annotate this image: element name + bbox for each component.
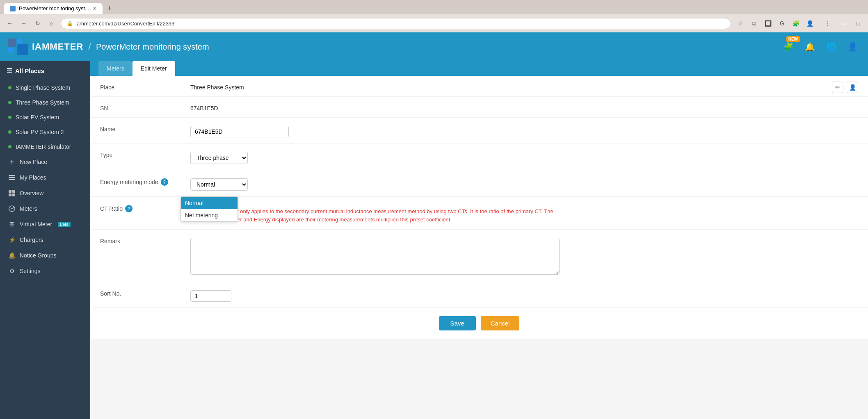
svg-rect-9 bbox=[9, 194, 11, 196]
grammarly-icon[interactable]: G bbox=[776, 18, 788, 29]
sort-no-field-wrapper bbox=[190, 288, 858, 302]
type-field-wrapper: Three phase Single phase bbox=[190, 149, 858, 164]
tab-title: PowerMeter monitoring syst... bbox=[19, 5, 89, 11]
main-layout: ☰ All Places Single Phase System Three P… bbox=[0, 61, 868, 419]
plus-icon: + bbox=[8, 158, 16, 166]
place-value: Three Phase System bbox=[190, 82, 858, 91]
sidebar-item-overview[interactable]: Overview bbox=[0, 185, 90, 201]
tab-meters[interactable]: Meters bbox=[98, 61, 132, 76]
svg-rect-1 bbox=[17, 39, 22, 43]
svg-rect-4 bbox=[9, 175, 15, 176]
sidebar-item-virtual-meter[interactable]: Virtual Meter Beta bbox=[0, 216, 90, 232]
hamburger-icon: ☰ bbox=[7, 67, 12, 74]
energy-mode-field-wrapper: Normal Net metering Normal Net metering bbox=[190, 176, 858, 191]
ct-ratio-label: CT Ratio ? bbox=[100, 203, 190, 212]
extensions-button[interactable]: 🧩 bbox=[790, 18, 802, 29]
browser-tab-bar: PowerMeter monitoring syst... ✕ + bbox=[0, 0, 868, 14]
bookmark-icon[interactable]: ☆ bbox=[734, 18, 746, 29]
app-header: IAMMETER / PowerMeter monitoring system … bbox=[0, 32, 868, 61]
form-actions: Save Cancel bbox=[90, 308, 868, 339]
sidebar-item-new-place[interactable]: + New Place bbox=[0, 154, 90, 170]
save-button[interactable]: Save bbox=[439, 316, 476, 330]
dot-icon-solar-pv bbox=[8, 116, 11, 119]
name-label: Name bbox=[100, 123, 190, 132]
type-select[interactable]: Three phase Single phase bbox=[190, 152, 248, 164]
ct-ratio-help-icon[interactable]: ? bbox=[125, 205, 132, 212]
place-label: Place bbox=[100, 82, 190, 91]
reload-button[interactable]: ↻ bbox=[32, 18, 43, 29]
new-badge: NEW bbox=[786, 36, 800, 42]
notifications-button[interactable]: 🔔 bbox=[802, 39, 817, 54]
sidebar-item-three-phase[interactable]: Three Phase System bbox=[0, 95, 90, 110]
tab-edit-meter[interactable]: Edit Meter bbox=[132, 61, 175, 76]
sidebar-item-label: Virtual Meter bbox=[20, 221, 52, 228]
energy-mode-help-icon[interactable]: ? bbox=[161, 178, 168, 186]
svg-rect-6 bbox=[9, 179, 15, 180]
form-row-type: Type Three phase Single phase bbox=[90, 143, 868, 170]
sidebar-item-solar-pv-2[interactable]: Solar PV System 2 bbox=[0, 125, 90, 139]
energy-mode-select[interactable]: Normal Net metering bbox=[190, 178, 248, 191]
ct-ratio-value: Tips: This coefficient only applies to t… bbox=[190, 203, 858, 223]
new-tab-button[interactable]: + bbox=[104, 2, 115, 14]
home-button[interactable]: ⌂ bbox=[46, 18, 57, 29]
url-text: iammeter.com/dz/User/ConvertEdit/22393 bbox=[75, 20, 174, 27]
dot-icon-simulator bbox=[8, 145, 11, 148]
dropdown-option-net-metering[interactable]: Net metering bbox=[181, 209, 238, 221]
cancel-button[interactable]: Cancel bbox=[481, 316, 520, 330]
minimize-button[interactable]: — bbox=[838, 18, 850, 29]
sidebar-all-places-header[interactable]: ☰ All Places bbox=[0, 61, 90, 80]
energy-mode-label: Energy metering mode ? bbox=[100, 176, 190, 186]
header-divider: / bbox=[88, 41, 91, 52]
extensions-header-button[interactable]: 🧩 NEW bbox=[781, 39, 796, 54]
back-button[interactable]: ← bbox=[4, 18, 16, 29]
svg-rect-3 bbox=[17, 44, 28, 55]
dropdown-option-normal[interactable]: Normal bbox=[181, 197, 238, 209]
form-row-energy-mode: Energy metering mode ? Normal Net meteri… bbox=[90, 170, 868, 197]
sidebar-item-notice-groups[interactable]: 🔔 Notice Groups bbox=[0, 248, 90, 263]
form-row-place: Place Three Phase System ✏ 👤 bbox=[90, 76, 868, 97]
edit-icon[interactable]: ✏ bbox=[832, 82, 843, 93]
menu-icon[interactable]: ⋮ bbox=[822, 18, 834, 29]
sidebar-item-chargers[interactable]: ⚡ Chargers bbox=[0, 232, 90, 248]
form-row-name: Name bbox=[90, 118, 868, 143]
ct-hint-text: Tips: This coefficient only applies to t… bbox=[190, 207, 560, 223]
person-icon[interactable]: 👤 bbox=[847, 82, 858, 93]
sidebar-item-label: Settings bbox=[20, 268, 41, 274]
gear-icon: ⚙ bbox=[8, 267, 16, 275]
sidebar-item-label: Single Phase System bbox=[16, 84, 70, 91]
forward-button[interactable]: → bbox=[18, 18, 30, 29]
extension-icon[interactable]: 🔲 bbox=[762, 18, 774, 29]
name-input[interactable] bbox=[190, 126, 289, 137]
tab-close-button[interactable]: ✕ bbox=[93, 6, 97, 11]
dot-icon-solar-pv-2 bbox=[8, 130, 11, 134]
content-area: Meters Edit Meter Place Three Phase Syst… bbox=[90, 61, 868, 419]
virtual-icon bbox=[8, 221, 16, 228]
sidebar-item-meters[interactable]: Meters bbox=[0, 201, 90, 216]
dot-icon-three-phase bbox=[8, 101, 11, 104]
sidebar-item-settings[interactable]: ⚙ Settings bbox=[0, 263, 90, 279]
svg-rect-5 bbox=[9, 177, 15, 178]
sidebar-item-my-places[interactable]: My Places bbox=[0, 170, 90, 185]
sidebar-item-iammeter-sim[interactable]: IAMMETER-simulator bbox=[0, 139, 90, 154]
translate-icon[interactable]: ⧉ bbox=[748, 18, 760, 29]
browser-tab[interactable]: PowerMeter monitoring syst... ✕ bbox=[4, 3, 103, 14]
user-profile-button[interactable]: 👤 bbox=[845, 39, 860, 54]
profile-icon[interactable]: 👤 bbox=[804, 18, 815, 29]
app: IAMMETER / PowerMeter monitoring system … bbox=[0, 32, 868, 419]
header-title: PowerMeter monitoring system bbox=[96, 42, 209, 52]
sidebar-item-label: Overview bbox=[20, 190, 43, 196]
beta-badge: Beta bbox=[58, 222, 71, 227]
remark-input[interactable] bbox=[190, 238, 560, 275]
sidebar-item-solar-pv[interactable]: Solar PV System bbox=[0, 110, 90, 125]
logo-icon bbox=[8, 39, 28, 55]
sidebar-item-single-phase[interactable]: Single Phase System bbox=[0, 80, 90, 95]
lock-icon: 🔒 bbox=[67, 20, 73, 26]
language-button[interactable]: 🌐 bbox=[824, 39, 838, 54]
sort-no-input[interactable] bbox=[190, 290, 231, 302]
sidebar-item-label: Notice Groups bbox=[20, 252, 56, 259]
address-bar[interactable]: 🔒 iammeter.com/dz/User/ConvertEdit/22393 bbox=[61, 18, 731, 29]
browser-chrome: ← → ↻ ⌂ 🔒 iammeter.com/dz/User/ConvertEd… bbox=[0, 14, 868, 32]
form-row-remark: Remark bbox=[90, 230, 868, 282]
list-icon bbox=[8, 174, 16, 181]
maximize-button[interactable]: □ bbox=[852, 18, 864, 29]
